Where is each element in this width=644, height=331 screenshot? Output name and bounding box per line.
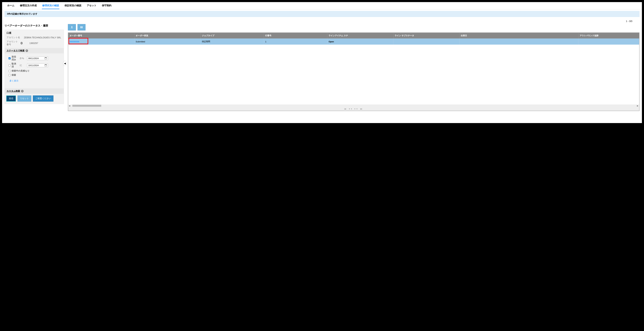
col-job-type[interactable]: ジョブタイプ: [200, 33, 264, 38]
account-number-row: アカウント番号 i 1363297: [5, 40, 64, 47]
info-icon[interactable]: i: [26, 50, 28, 52]
table-toolbar: [68, 24, 640, 30]
pager-first-icon[interactable]: ⏮: [344, 108, 347, 110]
records-notice: 3件の記録が表示されています: [4, 11, 640, 17]
tab-repair-status[interactable]: 修理状況の確認: [42, 4, 59, 9]
col-line-number[interactable]: 行番号: [264, 33, 327, 38]
table-pager[interactable]: ⏮ ◀◀ ▶▶ ⏭: [68, 107, 639, 111]
info-icon[interactable]: i: [20, 42, 22, 44]
status-search-header[interactable]: ステータスで検索 i: [5, 48, 64, 54]
cell-order-status: Submitted: [134, 38, 200, 45]
cell-ship-date: [459, 38, 578, 45]
note-button[interactable]: ご留意ください: [33, 96, 54, 102]
columns-icon: [80, 26, 83, 29]
tab-create-order[interactable]: 修理注文の作成: [20, 4, 37, 9]
cell-line-number: 1: [264, 38, 327, 45]
reset-button[interactable]: リセット: [18, 96, 31, 102]
tab-contract[interactable]: 保守契約: [102, 4, 112, 9]
to-label: に: [20, 64, 26, 67]
collapse-sidebar-toggle[interactable]: ◀: [63, 61, 66, 66]
horizontal-scrollbar[interactable]: ◀ ▶: [68, 104, 639, 107]
download-icon: [70, 26, 73, 29]
results-area: オーダー番号 オーダー状況 ジョブタイプ 行番号 ラインアイテム ステ ライン …: [68, 24, 640, 111]
account-name-row: アカウント名 ZEBRA TECHNOLOGIES ITALY SRL: [5, 36, 64, 40]
label-pending-quote: 保留中の見積もり: [12, 70, 30, 72]
col-order-status[interactable]: オーダー状況: [134, 33, 200, 38]
main-content: リペアーオーダーのステータス・履歴 口座 アカウント名 ZEBRA TECHNO…: [2, 22, 642, 113]
cell-line-substatus: [394, 38, 460, 45]
page-title: リペアーオーダーのステータス・履歴: [4, 24, 64, 28]
info-icon[interactable]: i: [21, 90, 24, 92]
pager-last-icon[interactable]: ⏭: [360, 108, 363, 110]
date-from-input[interactable]: [27, 56, 48, 60]
download-button[interactable]: [68, 24, 76, 30]
cell-outbound: [578, 38, 639, 45]
col-line-status[interactable]: ラインアイテム ステ: [327, 33, 394, 38]
label-submitted: 送信済み: [12, 55, 18, 61]
results-table: オーダー番号 オーダー状況 ジョブタイプ 行番号 ラインアイテム ステ ライン …: [68, 33, 639, 44]
label-hold: 保留: [12, 74, 16, 76]
custom-search-label: カスタム検索: [6, 90, 20, 92]
from-label: から: [20, 57, 26, 60]
label-cancelled: 取消済: [12, 62, 18, 68]
status-search-label: ステータスで検索: [6, 49, 24, 52]
col-order-number[interactable]: オーダー番号: [68, 33, 134, 38]
svg-rect-1: [81, 26, 82, 28]
account-name-label: アカウント名: [6, 36, 22, 39]
account-number-label: アカウント番号: [6, 40, 20, 46]
checkbox-hold[interactable]: [8, 74, 10, 76]
filter-panel: 口座 アカウント名 ZEBRA TECHNOLOGIES ITALY SRL ア…: [4, 30, 64, 104]
tab-home[interactable]: ホーム: [7, 4, 15, 9]
svg-rect-2: [82, 26, 83, 28]
cell-line-status: Open: [327, 38, 394, 45]
checkbox-submitted[interactable]: [8, 57, 10, 59]
app-window: ホーム 修理注文の作成 修理状況の確認 保証状況の確認 アセット 保守契約 3件…: [2, 2, 642, 124]
account-header: 口座: [5, 30, 64, 36]
col-outbound-tracking[interactable]: アウトバウンド追跡: [578, 33, 639, 38]
pager-prev-icon[interactable]: ◀◀: [349, 108, 353, 110]
cell-job-type: 保証期間: [200, 38, 264, 45]
col-ship-date[interactable]: 出荷日: [459, 33, 578, 38]
checkbox-pending-quote[interactable]: [8, 70, 10, 72]
account-name-value: ZEBRA TECHNOLOGIES ITALY SRL: [24, 36, 61, 39]
nav-tabs: ホーム 修理注文の作成 修理状況の確認 保証状況の確認 アセット 保守契約: [2, 2, 642, 9]
col-line-substatus[interactable]: ライン サブステータ: [394, 33, 460, 38]
results-table-container: オーダー番号 オーダー状況 ジョブタイプ 行番号 ラインアイテム ステ ライン …: [68, 32, 640, 111]
pager-next-icon[interactable]: ▶▶: [354, 108, 358, 110]
submit-button[interactable]: 送信: [6, 96, 16, 102]
checkbox-cancelled[interactable]: [8, 64, 10, 66]
table-row[interactable]: XXXXXXX Submitted 保証期間 1 Open: [68, 38, 639, 45]
status-filters: 送信済み から 取消済 に: [5, 54, 64, 78]
cell-order-number[interactable]: XXXXXXX: [68, 38, 134, 45]
account-number-value: 1363297: [29, 42, 38, 44]
show-more-link[interactable]: 多く表示: [5, 78, 64, 87]
date-to-input[interactable]: [27, 64, 48, 67]
filter-sidebar: リペアーオーダーのステータス・履歴 口座 アカウント名 ZEBRA TECHNO…: [4, 24, 64, 111]
columns-button[interactable]: [78, 24, 86, 30]
filter-buttons: 送信 リセット ご留意ください: [5, 94, 64, 102]
custom-search-header[interactable]: カスタム検索 i: [5, 88, 64, 94]
scroll-thumb[interactable]: [72, 105, 101, 107]
tab-warranty-status[interactable]: 保証状況の確認: [64, 4, 82, 9]
page-count: 1 - 3/3: [2, 18, 642, 22]
svg-rect-0: [80, 26, 81, 28]
tab-asset[interactable]: アセット: [86, 4, 97, 9]
